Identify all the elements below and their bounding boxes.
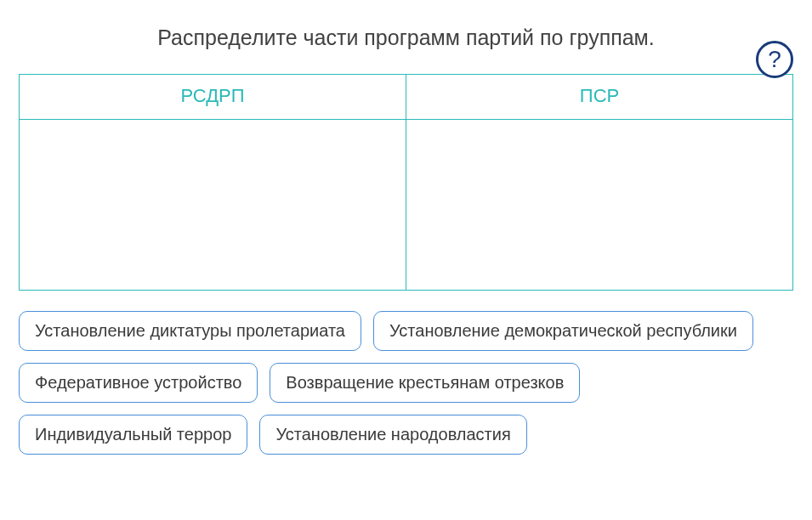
column-header: ПСР: [406, 75, 792, 120]
help-icon: ?: [768, 46, 781, 73]
instruction-text: Распределите части программ партий по гр…: [19, 25, 793, 50]
drop-table: РСДРП ПСР: [19, 74, 793, 291]
header-row: Распределите части программ партий по гр…: [19, 25, 793, 50]
chip-item[interactable]: Установление народовластия: [259, 415, 526, 455]
drop-column-rsdrp: РСДРП: [20, 75, 406, 290]
chip-item[interactable]: Возвращение крестьянам отрезков: [270, 363, 580, 403]
column-header: РСДРП: [20, 75, 406, 120]
chip-item[interactable]: Индивидуальный террор: [19, 415, 247, 455]
chip-item[interactable]: Установление демократической республики: [373, 311, 753, 351]
help-button[interactable]: ?: [756, 41, 793, 78]
chip-item[interactable]: Федеративное устройство: [19, 363, 258, 403]
drop-column-psr: ПСР: [406, 75, 792, 290]
chip-item[interactable]: Установление диктатуры пролетариата: [19, 311, 361, 351]
exercise-container: Распределите части программ партий по гр…: [0, 0, 812, 472]
chip-pool: Установление диктатуры пролетариата Уста…: [19, 311, 793, 455]
drop-zone-rsdrp[interactable]: [20, 120, 406, 290]
drop-zone-psr[interactable]: [406, 120, 792, 290]
